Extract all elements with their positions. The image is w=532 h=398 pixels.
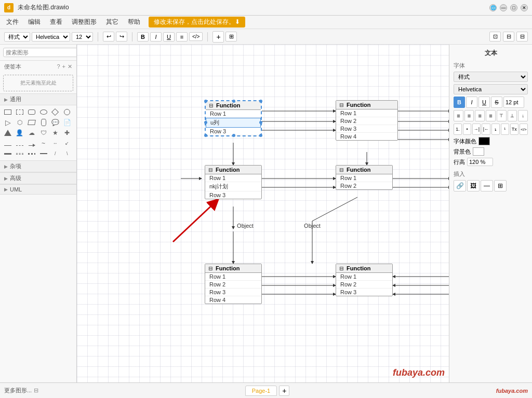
shape-person[interactable]: 👤	[15, 128, 24, 138]
undo-button[interactable]: ↩	[103, 32, 114, 42]
handle-tr[interactable]	[259, 100, 262, 103]
line-b5[interactable]: /	[50, 149, 60, 158]
save-banner[interactable]: 修改未保存，点击此处保存。⬇	[149, 17, 245, 28]
redo-button[interactable]: ↪	[116, 32, 127, 42]
shape-shield[interactable]: 🛡	[39, 128, 48, 138]
shape-hexagon[interactable]: ⬡	[15, 118, 24, 127]
shape-dashed-rect[interactable]	[15, 107, 24, 117]
menu-edit[interactable]: 编辑	[24, 17, 45, 28]
uml-row-5-0[interactable]: Row 1	[205, 273, 261, 281]
menu-arrange[interactable]: 调整图形	[68, 17, 101, 28]
uml-header-6[interactable]: ⊟ Function	[336, 264, 392, 273]
uml-row-2-0[interactable]: Row 1	[336, 109, 397, 117]
line-b1[interactable]	[3, 149, 12, 158]
uml-row-5-1[interactable]: Row 2	[205, 281, 261, 289]
bold-font-button[interactable]: B	[454, 97, 465, 108]
uml-header-3[interactable]: ⊟ Function	[205, 166, 261, 174]
line-curve[interactable]: ~	[39, 139, 48, 148]
uml-box-5[interactable]: ⊟ Function Row 1 Row 2 Row 3 Row 4	[205, 264, 262, 304]
menu-extra[interactable]: 其它	[102, 17, 123, 28]
size-select[interactable]: 12	[72, 32, 93, 42]
pages-button[interactable]: ⊟	[503, 32, 514, 42]
align-button[interactable]: ≡	[176, 32, 188, 42]
uml-box-2[interactable]: ⊟ Function Row 1 Row 2 Row 3 Row 4	[336, 100, 398, 141]
globe-icon[interactable]: 🌐	[489, 4, 497, 11]
italic-font-button[interactable]: I	[466, 97, 477, 108]
sup-button[interactable]: ¹	[501, 123, 509, 135]
shape-diamond[interactable]	[50, 107, 60, 117]
align-left-button[interactable]: ≡	[454, 110, 463, 121]
handle-tl[interactable]	[204, 100, 207, 103]
shape-note[interactable]: 📄	[62, 118, 72, 127]
question-icon[interactable]: ?	[57, 63, 60, 70]
shape-drop-area[interactable]: 把元素拖至此处	[3, 75, 73, 91]
uml-row-5-3[interactable]: Row 4	[205, 296, 261, 304]
line-b4[interactable]	[39, 149, 48, 158]
outdent-button[interactable]: |←	[482, 123, 490, 135]
line-double-arrow[interactable]: ↔	[50, 139, 60, 148]
shape-parallelogram[interactable]	[27, 118, 36, 127]
valign-top-button[interactable]: ⊤	[497, 110, 507, 121]
handle-bl[interactable]	[204, 134, 207, 137]
shape-star[interactable]: ★	[50, 128, 60, 138]
sub-button[interactable]: ₁	[491, 123, 500, 135]
more-shapes-button[interactable]: 更多图形...	[4, 387, 32, 394]
uml-row-3-2[interactable]: Row 3	[205, 191, 261, 199]
shape-rectangle[interactable]	[3, 107, 12, 117]
table-button[interactable]: ⊞	[225, 32, 237, 42]
code-button[interactable]: </>	[189, 32, 203, 41]
uml-row-2-1[interactable]: Row 2	[336, 117, 397, 125]
strikethrough-font-button[interactable]: S	[491, 97, 502, 108]
add-page-button[interactable]: +	[279, 386, 289, 396]
line-solid[interactable]	[3, 139, 12, 148]
section-basic-header[interactable]: 便签本 ? + ✕	[0, 61, 76, 73]
shape-triangle[interactable]	[3, 128, 12, 138]
uml-row-5-2[interactable]: Row 3	[205, 289, 261, 296]
minimize-button[interactable]: —	[500, 4, 507, 11]
uml-box-3[interactable]: ⊟ Function Row 1 nkj计划 Row 3	[205, 165, 262, 199]
uml-box-1[interactable]: ⊟ Function Row 1 u列 Row 3	[205, 100, 262, 136]
close-section-icon[interactable]: ✕	[68, 63, 72, 70]
handle-bc[interactable]	[232, 134, 235, 137]
section-misc[interactable]: ▶ 杂项	[0, 160, 76, 172]
uml-row-3-0[interactable]: Row 1	[205, 174, 261, 182]
row-height-input[interactable]	[467, 158, 493, 166]
zoom-pages[interactable]: ⊟	[516, 32, 528, 42]
shape-callout[interactable]: 💬	[50, 118, 60, 127]
shape-cloud[interactable]: ☁	[27, 128, 36, 138]
uml-header-4[interactable]: ⊟ Function	[336, 166, 392, 174]
shape-arrow-right[interactable]: ▷	[3, 118, 12, 127]
shape-ellipse[interactable]	[39, 107, 48, 117]
uml-row-2-3[interactable]: Row 4	[336, 133, 397, 140]
valign-bot-button[interactable]: ↓	[518, 110, 528, 121]
line-arrow[interactable]	[27, 139, 36, 148]
handle-br[interactable]	[259, 134, 262, 137]
section-general[interactable]: ▶ 通用	[0, 93, 76, 105]
menu-view[interactable]: 查看	[46, 17, 66, 28]
uml-row-2-2[interactable]: Row 3	[336, 125, 397, 133]
close-button[interactable]: ✕	[521, 4, 528, 11]
align-justify-button[interactable]: ≡	[486, 110, 496, 121]
uml-row-6-2[interactable]: Row 3	[336, 289, 392, 296]
font-size-input[interactable]	[503, 97, 524, 108]
section-uml[interactable]: ▶ UML	[0, 184, 76, 195]
search-input[interactable]	[3, 48, 77, 57]
object-label-1[interactable]: Object	[224, 223, 266, 229]
uml-row-6-1[interactable]: Row 2	[336, 281, 392, 289]
page-tab[interactable]: Page-1	[245, 386, 277, 396]
align-right-button[interactable]: ≡	[475, 110, 485, 121]
shape-cross[interactable]: ✚	[62, 128, 72, 138]
add-section-icon[interactable]: +	[62, 63, 65, 70]
font-select[interactable]: Helvetica	[32, 32, 70, 42]
uml-header-5[interactable]: ⊟ Function	[205, 264, 261, 273]
handle-ml[interactable]	[204, 121, 207, 124]
fit-button[interactable]: ⊡	[489, 32, 501, 42]
uml-row-6-0[interactable]: Row 1	[336, 273, 392, 281]
style-select[interactable]: 样式	[4, 32, 30, 42]
uml-header-2[interactable]: ⊟ Function	[336, 101, 397, 109]
canvas-area[interactable]: ⊟ Function Row 1 u列 Row 3 ⊟ Function Row…	[77, 45, 449, 382]
clear-format-button[interactable]: Tx	[510, 123, 518, 135]
handle-tc[interactable]	[232, 100, 235, 103]
uml-row-4-1[interactable]: Row 2	[336, 182, 392, 189]
shape-cylinder[interactable]	[39, 118, 48, 127]
